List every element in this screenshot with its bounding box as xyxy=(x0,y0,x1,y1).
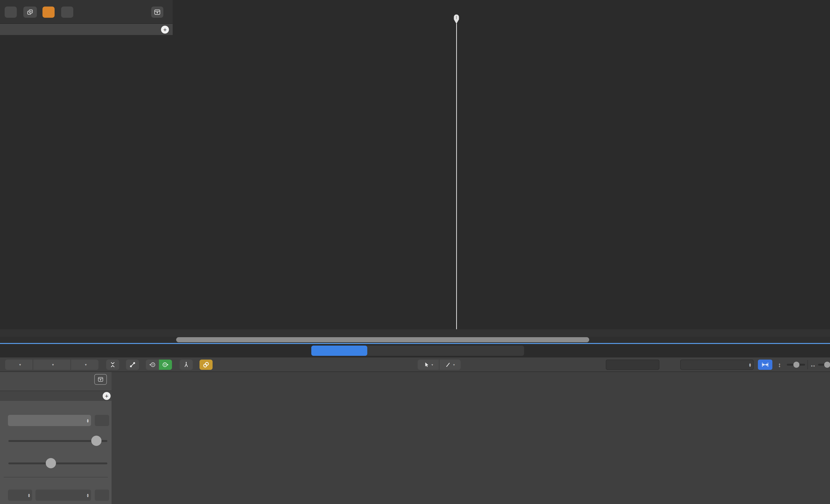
fork-icon xyxy=(183,361,189,368)
edit-menu[interactable]: ▾ xyxy=(5,359,33,370)
position-readout xyxy=(606,359,660,370)
track-headers xyxy=(0,0,173,343)
horizontal-zoom-thumb[interactable] xyxy=(824,362,830,368)
chevron-down-icon: ▾ xyxy=(52,363,54,367)
logic-pro-window: + ▾ ▾ ▾ xyxy=(0,0,830,504)
midi-out-icon xyxy=(162,361,169,368)
midi-in-icon xyxy=(149,361,156,368)
toolbar-separator xyxy=(807,360,808,369)
editor-menu-group: ▾ ▾ ▾ xyxy=(5,359,98,370)
functions-menu[interactable]: ▾ xyxy=(33,359,71,370)
collapse-icon xyxy=(109,361,116,368)
chevron-down-icon: ▾ xyxy=(453,363,455,367)
playhead-handle[interactable] xyxy=(452,14,460,24)
horizontal-zoom-icon: ↔ xyxy=(810,361,816,369)
vertical-zoom-slider[interactable] xyxy=(787,364,805,366)
automation-select-button[interactable] xyxy=(126,359,139,370)
arrange-hscrollbar[interactable] xyxy=(0,337,830,343)
arrange-bottom-filler xyxy=(0,329,830,337)
view-menu[interactable]: ▾ xyxy=(71,359,98,370)
vertical-zoom-thumb[interactable] xyxy=(793,362,799,368)
pointer-tools-group: ▾ ▾ xyxy=(418,359,460,370)
tab-step-sequencer[interactable] xyxy=(414,346,475,356)
editor-tab-bar xyxy=(0,344,830,357)
select-chevrons-icon: ▴▾ xyxy=(749,363,751,367)
chevron-down-icon: ▾ xyxy=(432,363,433,367)
editor-tab-group xyxy=(311,346,524,356)
link-button[interactable] xyxy=(199,359,213,370)
link-icon xyxy=(202,361,210,368)
pencil-icon xyxy=(445,362,451,368)
note-separate-button[interactable] xyxy=(180,359,193,370)
pointer-icon xyxy=(423,362,429,368)
chevron-down-icon: ▾ xyxy=(85,363,87,367)
horizontal-zoom-slider[interactable] xyxy=(818,364,830,366)
snap-select[interactable]: ▴▾ xyxy=(680,359,754,370)
midi-out-button[interactable] xyxy=(159,359,172,370)
playhead[interactable] xyxy=(456,14,457,329)
fit-width-icon xyxy=(762,362,769,368)
chevron-down-icon: ▾ xyxy=(19,363,21,367)
vertical-zoom-icon: ↕ xyxy=(778,361,781,369)
pencil-tool-button[interactable]: ▾ xyxy=(439,359,460,370)
nodes-icon xyxy=(129,361,136,368)
tab-piano-roll[interactable] xyxy=(311,346,367,356)
collapse-mode-button[interactable] xyxy=(106,359,119,370)
tab-smart-tempo[interactable] xyxy=(475,346,524,356)
midi-in-button[interactable] xyxy=(146,359,159,370)
tab-score[interactable] xyxy=(367,346,414,356)
auto-zoom-button[interactable] xyxy=(758,359,772,370)
piano-roll-area xyxy=(0,372,830,504)
arrange-hscrollbar-thumb[interactable] xyxy=(176,337,589,342)
pointer-tool-button[interactable]: ▾ xyxy=(418,359,439,370)
